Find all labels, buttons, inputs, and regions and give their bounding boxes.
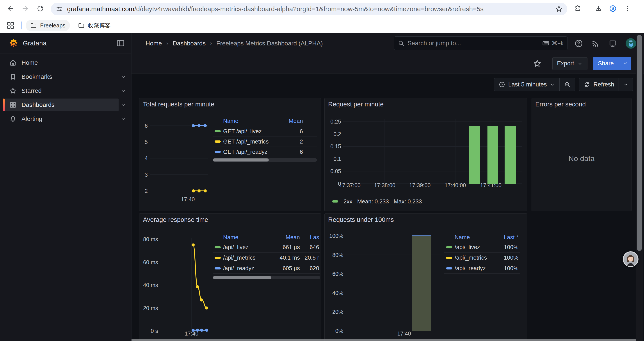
- bookmark-item[interactable]: 收藏博客: [74, 20, 115, 31]
- panel-title[interactable]: Average response time: [143, 216, 208, 223]
- sidebar-item-home[interactable]: Home: [3, 56, 118, 69]
- breadcrumb-item: Freeleaps Metrics Dashboard (ALPHA): [216, 40, 323, 47]
- panel-title[interactable]: Request per minute: [328, 101, 384, 108]
- legend-value: 40.1 ms: [275, 254, 300, 261]
- share-button[interactable]: Share: [593, 57, 619, 70]
- legend-series-name[interactable]: 2xx: [344, 198, 352, 205]
- legend-column-header[interactable]: Name: [223, 234, 275, 241]
- svg-text:17:39:00: 17:39:00: [409, 182, 430, 188]
- sidebar-item-bookmarks[interactable]: Bookmarks: [3, 71, 118, 83]
- address-bar[interactable]: grafana.mathmast.com/d/deytv4rwavabkb/fr…: [51, 3, 567, 15]
- refresh-interval-button[interactable]: [618, 78, 633, 91]
- sidebar-item-label: Bookmarks: [22, 73, 52, 80]
- legend-series-name[interactable]: /api/_livez: [454, 244, 492, 251]
- bookmark-item[interactable]: Freeleaps: [26, 20, 70, 31]
- series-swatch: [214, 130, 221, 132]
- grafana-logo[interactable]: [8, 38, 19, 49]
- favorite-dashboard-button[interactable]: [533, 59, 542, 68]
- breadcrumb-item[interactable]: Dashboards: [172, 40, 206, 47]
- zoom-out-button[interactable]: [560, 78, 575, 91]
- svg-text:0.05: 0.05: [330, 168, 341, 174]
- scrollbar-thumb[interactable]: [637, 35, 642, 251]
- help-button[interactable]: [574, 39, 583, 48]
- legend-series-name[interactable]: GET /api/_readyz: [223, 149, 283, 155]
- sidebar-item-dashboards[interactable]: Dashboards: [3, 99, 118, 111]
- legend-column-header[interactable]: Last *: [492, 234, 518, 241]
- back-button[interactable]: [5, 3, 16, 15]
- profile-button[interactable]: [608, 5, 617, 14]
- expand-section-button[interactable]: [118, 72, 128, 82]
- series-swatch: [332, 200, 338, 203]
- chart: 0.250.20.150.10.05017:37:0017:38:0017:39…: [325, 98, 527, 211]
- star-icon: [533, 65, 542, 69]
- legend-series-name[interactable]: /api/_livez: [223, 244, 275, 251]
- expand-section-button[interactable]: [118, 100, 128, 110]
- legend-series-name[interactable]: GET /api/_metrics: [223, 138, 283, 145]
- breadcrumb-item[interactable]: Home: [146, 40, 162, 47]
- reload-button[interactable]: [35, 3, 46, 15]
- svg-text:17:40: 17:40: [397, 330, 411, 336]
- search-input[interactable]: [408, 40, 542, 47]
- news-button[interactable]: [592, 39, 600, 48]
- legend-series-name[interactable]: /api/_readyz: [223, 265, 275, 272]
- site-settings-icon[interactable]: [56, 5, 63, 13]
- legend-value: 100%: [492, 254, 518, 261]
- legend-series-name[interactable]: /api/_readyz: [454, 265, 492, 272]
- main-area: Home›Dashboards›Freeleaps Metrics Dashbo…: [132, 33, 644, 341]
- dock-menu-button[interactable]: [116, 39, 125, 48]
- legend-value: 661 µs: [275, 244, 300, 251]
- sidebar-item-starred[interactable]: Starred: [3, 85, 118, 97]
- svg-text:4: 4: [145, 155, 148, 161]
- panel-title[interactable]: Total requests per minute: [143, 101, 214, 108]
- time-range-button[interactable]: Last 5 minutes: [494, 78, 560, 91]
- scrollbar-thumb[interactable]: [213, 276, 271, 279]
- assistant-avatar[interactable]: [623, 251, 638, 267]
- svg-text:100%: 100%: [329, 233, 343, 239]
- sidebar-item-label: Starred: [22, 87, 42, 94]
- legend-column-header[interactable]: Name: [223, 118, 283, 124]
- download-icon: [595, 5, 602, 13]
- scrollbar-thumb[interactable]: [213, 158, 269, 162]
- refresh-button[interactable]: Refresh: [579, 78, 618, 91]
- extensions-button[interactable]: [574, 5, 582, 14]
- legend-series-name[interactable]: /api/_metrics: [223, 254, 275, 261]
- folder-icon: [78, 22, 85, 29]
- panel-title[interactable]: Errors per second: [535, 101, 586, 108]
- legend-scrollbar[interactable]: [212, 158, 317, 162]
- legend-scrollbar[interactable]: [212, 276, 320, 279]
- sidebar-item-label: Home: [22, 59, 38, 66]
- legend-column-header[interactable]: Las: [300, 234, 319, 241]
- series-swatch: [214, 140, 221, 143]
- search-icon: [398, 40, 404, 47]
- svg-text:17:41:00: 17:41:00: [480, 182, 502, 188]
- legend-column-header[interactable]: Mean: [275, 234, 300, 241]
- header-icons: [574, 33, 636, 54]
- keyboard-icon: [542, 40, 550, 47]
- sidebar-item-alerting[interactable]: Alerting: [3, 113, 118, 125]
- forward-button[interactable]: [20, 3, 31, 15]
- search-box[interactable]: ⌘+k: [394, 37, 568, 50]
- expand-section-button[interactable]: [118, 86, 128, 96]
- display-button[interactable]: [608, 39, 617, 48]
- legend-column-header[interactable]: Name: [454, 234, 492, 241]
- url-text[interactable]: grafana.mathmast.com/d/deytv4rwavabkb/fr…: [67, 5, 484, 13]
- legend-column-header[interactable]: Mean: [283, 118, 303, 124]
- legend-series-name[interactable]: /api/_metrics: [454, 254, 492, 261]
- bottom-scrollbar[interactable]: [132, 339, 636, 341]
- panel-title[interactable]: Requests under 100ms: [328, 216, 394, 223]
- downloads-button[interactable]: [594, 5, 603, 14]
- expand-section-button[interactable]: [118, 114, 128, 124]
- apps-grid-button[interactable]: [6, 21, 15, 30]
- menu-button[interactable]: [623, 5, 632, 14]
- home-icon: [9, 59, 17, 67]
- bookmarks-bar: Freeleaps收藏博客: [0, 18, 644, 33]
- legend-series-name[interactable]: GET /api/_livez: [223, 128, 283, 135]
- share-menu-button[interactable]: [619, 57, 631, 70]
- export-button[interactable]: Export: [552, 57, 588, 70]
- svg-text:0.1: 0.1: [334, 156, 341, 162]
- user-avatar[interactable]: [626, 38, 636, 49]
- legend-value: 620: [300, 265, 319, 272]
- bookmark-star-button[interactable]: [555, 5, 563, 13]
- breadcrumb-row: Home›Dashboards›Freeleaps Metrics Dashbo…: [132, 33, 644, 54]
- panel-request-per-minute: 0.250.20.150.10.05017:37:0017:38:0017:39…: [324, 98, 527, 211]
